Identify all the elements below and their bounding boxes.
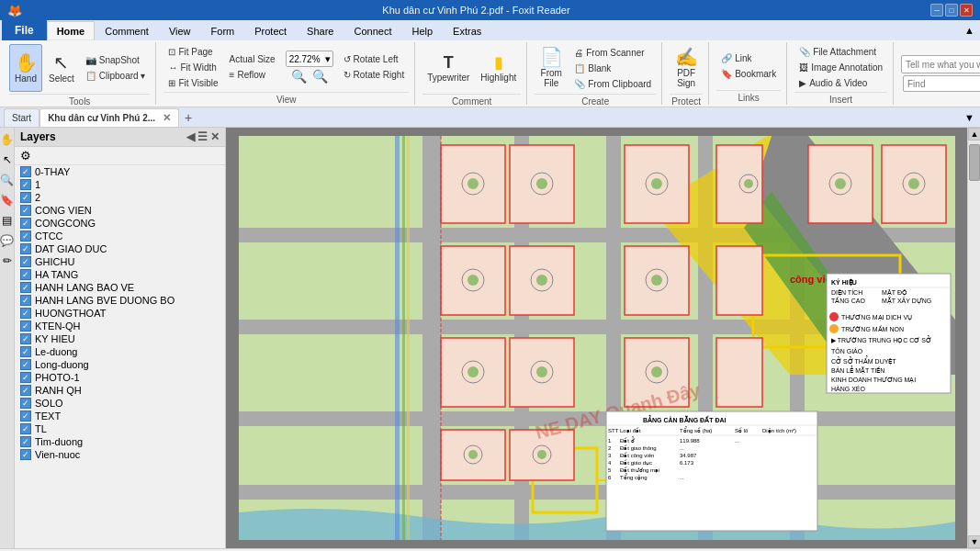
zoom-dropdown-icon[interactable]: ▾	[323, 53, 332, 65]
layer-item[interactable]: ✓KY HIEU	[15, 332, 225, 345]
layer-item[interactable]: ✓GHICHU	[15, 255, 225, 268]
tab-help[interactable]: Help	[401, 21, 443, 39]
tab-file[interactable]: File	[2, 20, 47, 40]
layer-checkbox[interactable]: ✓	[20, 231, 31, 242]
tab-comment[interactable]: Comment	[95, 21, 159, 39]
layer-checkbox[interactable]: ✓	[20, 333, 31, 344]
zoom-input[interactable]	[287, 51, 323, 66]
layer-item[interactable]: ✓Tim-duong	[15, 435, 225, 448]
layer-checkbox[interactable]: ✓	[20, 192, 31, 203]
layer-checkbox[interactable]: ✓	[20, 436, 31, 447]
layer-item[interactable]: ✓CONGCONG	[15, 217, 225, 230]
select-panel-icon[interactable]: ↖	[1, 152, 14, 168]
tab-close-button[interactable]: ✕	[163, 112, 171, 124]
scroll-up-button[interactable]: ▲	[968, 128, 980, 141]
layer-item[interactable]: ✓KTEN-QH	[15, 320, 225, 332]
layer-item[interactable]: ✓RANH QH	[15, 384, 225, 397]
layer-checkbox[interactable]: ✓	[20, 166, 31, 177]
clipboard-button[interactable]: 📋 Clipboard ▾	[81, 69, 151, 84]
rotate-right-button[interactable]: ↻ Rotate Right	[339, 68, 410, 83]
sidebar-options-icon[interactable]: ☰	[197, 130, 208, 143]
blank-button[interactable]: 📋 Blank	[569, 61, 656, 75]
layer-item[interactable]: ✓HANH LANG BAO VE	[15, 281, 225, 294]
tab-home[interactable]: Home	[47, 21, 96, 39]
find-input[interactable]	[906, 57, 980, 72]
maximize-button[interactable]: □	[945, 4, 958, 17]
from-clipboard-button[interactable]: 📎 From Clipboard	[569, 76, 656, 91]
layer-checkbox[interactable]: ✓	[20, 410, 31, 422]
layer-item[interactable]: ✓Long-duong	[15, 358, 225, 371]
annotation-panel-icon[interactable]: 💬	[0, 232, 16, 249]
tab-extras[interactable]: Extras	[443, 21, 491, 39]
find-text-input[interactable]	[907, 77, 980, 90]
sidebar-expand-icon[interactable]: ◀	[186, 130, 195, 143]
fit-page-button[interactable]: ⊡ Fit Page	[163, 44, 222, 59]
tab-share[interactable]: Share	[297, 21, 344, 39]
link-button[interactable]: 🔗 Link	[716, 51, 781, 66]
layer-item[interactable]: ✓0-THAY	[15, 165, 225, 178]
expand-panel-icon[interactable]: ▼	[959, 112, 980, 123]
from-file-button[interactable]: 📄 From File	[535, 44, 568, 92]
snapshot-button[interactable]: 📷 SnapShot	[81, 53, 151, 68]
file-attachment-button[interactable]: 📎 File Attachment	[794, 44, 887, 59]
layer-checkbox[interactable]: ✓	[20, 282, 31, 293]
layer-checkbox[interactable]: ✓	[20, 205, 31, 216]
layer-item[interactable]: ✓DAT GIAO DUC	[15, 242, 225, 255]
tab-connect[interactable]: Connect	[344, 21, 401, 39]
layer-checkbox[interactable]: ✓	[20, 269, 31, 280]
layer-checkbox[interactable]: ✓	[20, 359, 31, 370]
reflow-button[interactable]: ≡ Reflow	[225, 68, 280, 83]
bookmark-panel-icon[interactable]: 🔖	[0, 192, 16, 208]
from-scanner-button[interactable]: 🖨 From Scanner	[569, 45, 656, 60]
layer-item[interactable]: ✓TL	[15, 422, 225, 435]
typewriter-button[interactable]: T Typewriter	[422, 44, 474, 92]
layer-item[interactable]: ✓2	[15, 191, 225, 204]
layer-item[interactable]: ✓HUONGTHOAT	[15, 307, 225, 320]
layer-item[interactable]: ✓TEXT	[15, 410, 225, 422]
layer-checkbox[interactable]: ✓	[20, 256, 31, 267]
rotate-left-button[interactable]: ↺ Rotate Left	[339, 52, 410, 67]
pdf-sign-button[interactable]: ✍ PDF Sign	[670, 44, 703, 92]
layer-item[interactable]: ✓CTCC	[15, 230, 225, 242]
signature-panel-icon[interactable]: ✏	[1, 253, 14, 269]
layer-checkbox[interactable]: ✓	[20, 449, 31, 460]
zoom-in-button[interactable]: 🔍	[310, 69, 330, 84]
layer-item[interactable]: ✓Vien-nuoc	[15, 448, 225, 461]
layers-panel-icon[interactable]: ▤	[0, 212, 14, 229]
document-main[interactable]: công viên trung tâm 1,3 Ha Vị trí đất	[226, 128, 967, 548]
tab-form[interactable]: Form	[201, 21, 245, 39]
layer-checkbox[interactable]: ✓	[20, 218, 31, 229]
actual-size-button[interactable]: Actual Size	[225, 52, 280, 67]
layer-checkbox[interactable]: ✓	[20, 423, 31, 434]
scroll-thumb[interactable]	[969, 144, 980, 181]
layer-checkbox[interactable]: ✓	[20, 346, 31, 357]
sidebar-settings-icon[interactable]: ⚙	[20, 149, 31, 163]
tab-protect[interactable]: Protect	[244, 21, 297, 39]
layer-item[interactable]: ✓HA TANG	[15, 268, 225, 281]
layer-item[interactable]: ✓CONG VIEN	[15, 204, 225, 217]
layer-checkbox[interactable]: ✓	[20, 308, 31, 319]
scroll-down-button[interactable]: ▼	[968, 535, 980, 548]
minimize-button[interactable]: ─	[930, 4, 943, 17]
layer-checkbox[interactable]: ✓	[20, 243, 31, 254]
tab-add-button[interactable]: +	[179, 108, 197, 127]
layer-item[interactable]: ✓Le-duong	[15, 345, 225, 358]
highlight-button[interactable]: ▮ Highlight	[476, 44, 521, 92]
layer-checkbox[interactable]: ✓	[20, 320, 31, 332]
audio-video-button[interactable]: ▶ Audio & Video	[794, 75, 887, 90]
tab-start[interactable]: Start	[4, 108, 39, 127]
zoom-out-button[interactable]: 🔍	[289, 69, 309, 84]
layer-checkbox[interactable]: ✓	[20, 385, 31, 396]
layer-item[interactable]: ✓HANH LANG BVE DUONG BO	[15, 294, 225, 307]
layer-checkbox[interactable]: ✓	[20, 372, 31, 383]
hand-panel-icon[interactable]: ✋	[0, 131, 16, 148]
layer-item[interactable]: ✓SOLO	[15, 397, 225, 410]
fit-width-button[interactable]: ↔ Fit Width	[163, 60, 222, 74]
fit-visible-button[interactable]: ⊞ Fit Visible	[163, 75, 222, 90]
collapse-ribbon-icon[interactable]: ▲	[964, 25, 974, 36]
tab-view[interactable]: View	[159, 21, 201, 39]
tab-document[interactable]: Khu dân cư Vinh Phú 2... ✕	[39, 108, 179, 127]
bookmark-button[interactable]: 🔖 Bookmark	[716, 67, 781, 82]
close-button[interactable]: ✕	[960, 4, 973, 17]
layer-checkbox[interactable]: ✓	[20, 398, 31, 409]
